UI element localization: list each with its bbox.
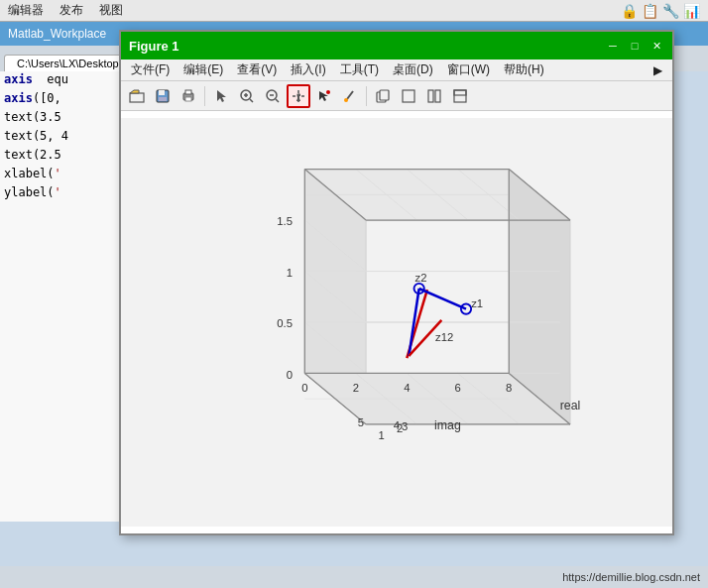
code-line-8: ylabel(' (4, 183, 124, 202)
tb-pan-btn[interactable] (287, 84, 310, 108)
tb-save-btn[interactable] (151, 84, 175, 108)
svg-text:6: 6 (455, 382, 461, 394)
svg-rect-7 (185, 97, 191, 101)
svg-text:z12: z12 (435, 331, 453, 343)
fig-menu-tools[interactable]: 工具(T) (334, 59, 385, 80)
tb-layout1-btn[interactable] (397, 84, 420, 108)
svg-rect-16 (297, 93, 298, 96)
fig-menu-insert[interactable]: 插入(I) (285, 59, 331, 80)
status-bar: https://demillie.blog.csdn.net (0, 566, 708, 588)
svg-rect-3 (159, 90, 165, 95)
svg-text:0: 0 (301, 382, 307, 394)
code-line-2: axis equ (4, 70, 124, 89)
svg-text:z2: z2 (415, 272, 427, 284)
svg-rect-28 (454, 90, 466, 102)
svg-text:4: 4 (404, 382, 410, 394)
figure-toolbar (121, 81, 672, 111)
svg-text:8: 8 (506, 382, 512, 394)
svg-text:z1: z1 (471, 297, 483, 309)
tb-layout2-btn[interactable] (422, 84, 446, 108)
svg-line-21 (347, 91, 353, 99)
figure-menubar: 文件(F) 编辑(E) 查看(V) 插入(I) 工具(T) 桌面(D) 窗口(W… (121, 59, 672, 81)
fig-menu-arrow: ▶ (648, 61, 668, 79)
plot-area: 0 0.5 1 1.5 0 2 4 6 8 1 2 3 4 5 imag rea… (121, 111, 672, 533)
tb-brush-btn[interactable] (338, 84, 362, 108)
svg-rect-26 (428, 90, 433, 102)
svg-line-14 (276, 99, 279, 102)
svg-rect-4 (159, 97, 167, 101)
svg-text:0.5: 0.5 (277, 317, 293, 329)
menu-view[interactable]: 视图 (99, 2, 123, 19)
svg-rect-25 (403, 90, 414, 102)
fig-menu-edit[interactable]: 编辑(E) (177, 59, 229, 80)
svg-rect-6 (185, 90, 191, 94)
svg-text:real: real (560, 399, 581, 412)
fig-menu-window[interactable]: 窗口(W) (441, 59, 496, 80)
tb-copy-btn[interactable] (371, 84, 395, 108)
tab-active[interactable]: C:\Users\LX\Desktop (4, 55, 132, 71)
svg-rect-0 (130, 93, 144, 102)
svg-rect-17 (298, 93, 299, 96)
code-line-5: text(5, 4 (4, 127, 124, 146)
tb-zoomin-btn[interactable] (235, 84, 259, 108)
svg-rect-27 (435, 90, 440, 102)
code-line-4: text(3.5 (4, 108, 124, 127)
fig-menu-desktop[interactable]: 桌面(D) (387, 59, 439, 80)
code-line-3: axis([0, (4, 89, 124, 108)
tb-arrow-btn[interactable] (209, 84, 233, 108)
svg-text:1: 1 (287, 267, 293, 279)
code-editor: grid on axis equ axis([0, text(3.5 text(… (0, 46, 129, 522)
svg-marker-1 (130, 90, 139, 93)
tb-print-btn[interactable] (177, 84, 200, 108)
tb-open-btn[interactable] (125, 84, 149, 108)
matlab-menubar: 编辑器 发布 视图 🔒 📋 🔧 📊 (0, 0, 708, 22)
svg-point-20 (326, 90, 330, 94)
svg-line-10 (250, 99, 253, 102)
toolbar-icon-4[interactable]: 📊 (683, 3, 700, 19)
svg-point-22 (344, 98, 348, 102)
figure-titlebar: Figure 1 ─ □ ✕ (121, 32, 672, 59)
tb-datacursor-btn[interactable] (312, 84, 336, 108)
svg-text:4: 4 (394, 419, 400, 431)
fig-menu-file[interactable]: 文件(F) (125, 59, 176, 80)
workspace-title: Matlab_Workplace (8, 27, 106, 41)
svg-text:imag: imag (434, 418, 461, 432)
toolbar-icon-3[interactable]: 🔧 (662, 3, 679, 19)
status-url: https://demillie.blog.csdn.net (562, 571, 700, 583)
figure-minimize-btn[interactable]: ─ (605, 38, 621, 54)
svg-text:3: 3 (402, 420, 408, 432)
figure-window: Figure 1 ─ □ ✕ 文件(F) 编辑(E) 查看(V) 插入(I) 工… (119, 30, 674, 535)
figure-title: Figure 1 (129, 39, 179, 54)
figure-controls: ─ □ ✕ (605, 38, 664, 54)
figure-close-btn[interactable]: ✕ (649, 38, 664, 54)
fig-menu-help[interactable]: 帮助(H) (498, 59, 550, 80)
svg-marker-8 (217, 90, 226, 102)
svg-rect-18 (299, 93, 300, 96)
svg-rect-24 (380, 90, 389, 100)
menu-editor[interactable]: 编辑器 (8, 2, 44, 19)
plot-svg: 0 0.5 1 1.5 0 2 4 6 8 1 2 3 4 5 imag rea… (121, 111, 672, 533)
figure-maximize-btn[interactable]: □ (627, 38, 643, 54)
svg-text:5: 5 (358, 416, 364, 428)
tb-zoomout-btn[interactable] (261, 84, 285, 108)
svg-text:1: 1 (378, 429, 384, 441)
svg-text:0: 0 (287, 369, 293, 381)
svg-rect-29 (454, 90, 466, 95)
toolbar-sep-1 (204, 86, 205, 106)
code-line-7: xlabel(' (4, 165, 124, 183)
menu-publish[interactable]: 发布 (59, 2, 83, 19)
code-line-6: text(2.5 (4, 146, 124, 165)
tab-label: C:\Users\LX\Desktop (17, 58, 119, 69)
toolbar-icon-1[interactable]: 🔒 (621, 3, 638, 19)
svg-text:1.5: 1.5 (277, 215, 293, 227)
tb-layout3-btn[interactable] (448, 84, 472, 108)
svg-text:2: 2 (353, 382, 359, 394)
fig-menu-view[interactable]: 查看(V) (231, 59, 283, 80)
toolbar-sep-2 (366, 86, 367, 106)
toolbar-icon-2[interactable]: 📋 (642, 3, 658, 19)
